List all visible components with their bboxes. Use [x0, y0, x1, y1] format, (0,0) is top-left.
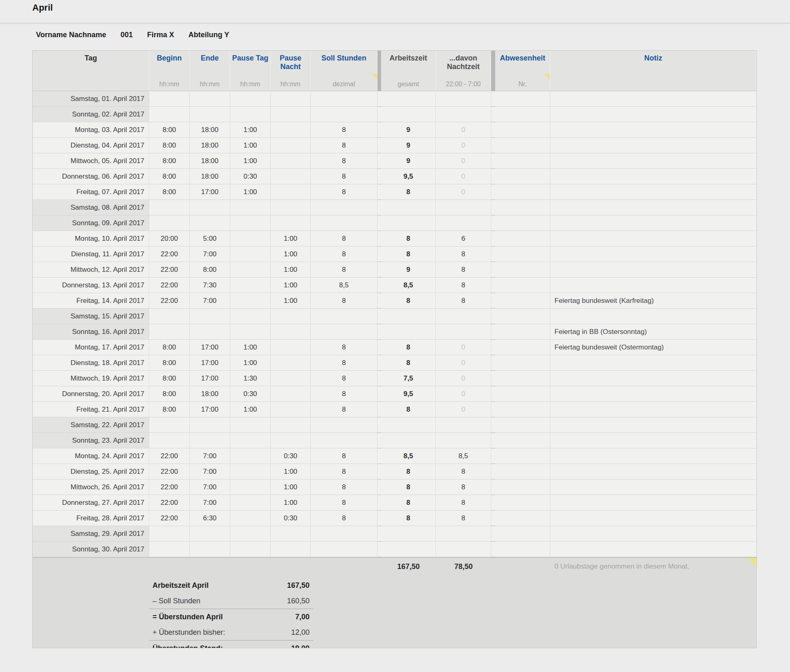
cell-abwesenheit[interactable] — [495, 511, 550, 526]
cell-beginn[interactable] — [149, 91, 190, 107]
cell-abwesenheit[interactable] — [495, 215, 550, 231]
cell-notiz[interactable] — [550, 371, 756, 386]
cell-ende[interactable]: 7:00 — [190, 479, 230, 495]
cell-pause-nacht[interactable] — [271, 169, 311, 184]
cell-pause-tag[interactable] — [230, 324, 271, 340]
cell-pause-tag[interactable] — [230, 511, 271, 526]
cell-beginn[interactable] — [149, 215, 190, 231]
cell-abwesenheit[interactable] — [495, 386, 550, 402]
cell-abwesenheit[interactable] — [495, 479, 550, 495]
cell-pause-tag[interactable]: 0:30 — [230, 169, 271, 184]
cell-notiz[interactable] — [550, 278, 756, 293]
cell-notiz[interactable]: Feiertag bundesweit (Ostermontag) — [550, 340, 756, 355]
cell-pause-tag[interactable] — [230, 246, 271, 262]
cell-notiz[interactable] — [550, 448, 756, 464]
cell-abwesenheit[interactable] — [495, 495, 550, 511]
cell-abwesenheit[interactable] — [495, 371, 550, 386]
cell-pause-nacht[interactable] — [271, 386, 311, 402]
cell-pause-tag[interactable] — [230, 91, 271, 107]
cell-pause-nacht[interactable] — [271, 402, 311, 417]
cell-beginn[interactable]: 8:00 — [149, 153, 190, 169]
cell-notiz[interactable] — [550, 184, 756, 200]
cell-notiz[interactable] — [550, 91, 756, 107]
cell-abwesenheit[interactable] — [495, 107, 550, 122]
cell-abwesenheit[interactable] — [495, 293, 550, 309]
cell-notiz[interactable] — [550, 526, 756, 542]
cell-beginn[interactable] — [149, 433, 190, 448]
cell-notiz[interactable] — [550, 433, 756, 448]
cell-beginn[interactable] — [149, 417, 190, 433]
cell-notiz[interactable] — [550, 153, 756, 169]
cell-beginn[interactable]: 22:00 — [149, 293, 190, 309]
cell-abwesenheit[interactable] — [495, 355, 550, 371]
cell-beginn[interactable]: 8:00 — [149, 371, 190, 386]
cell-pause-nacht[interactable]: 0:30 — [271, 511, 311, 526]
cell-abwesenheit[interactable] — [495, 448, 550, 464]
cell-pause-tag[interactable]: 1:00 — [230, 153, 271, 169]
cell-ende[interactable]: 5:00 — [190, 231, 230, 246]
cell-abwesenheit[interactable] — [495, 200, 550, 215]
cell-abwesenheit[interactable] — [495, 153, 550, 169]
cell-ende[interactable]: 18:00 — [190, 153, 230, 169]
cell-beginn[interactable]: 22:00 — [149, 479, 190, 495]
cell-ende[interactable]: 17:00 — [190, 402, 230, 417]
cell-notiz[interactable] — [550, 495, 756, 511]
cell-abwesenheit[interactable] — [495, 169, 550, 184]
cell-abwesenheit[interactable] — [495, 122, 550, 138]
employee-number-cell[interactable]: 001 — [121, 31, 133, 39]
cell-pause-nacht[interactable] — [271, 433, 311, 448]
cell-pause-tag[interactable] — [230, 200, 271, 215]
cell-ende[interactable]: 17:00 — [190, 371, 230, 386]
cell-ende[interactable]: 6:30 — [190, 511, 230, 526]
cell-ende[interactable] — [190, 324, 230, 340]
cell-notiz[interactable] — [550, 262, 756, 278]
cell-pause-tag[interactable] — [230, 526, 271, 542]
cell-pause-tag[interactable] — [230, 309, 271, 324]
cell-pause-tag[interactable] — [230, 448, 271, 464]
cell-pause-tag[interactable] — [230, 495, 271, 511]
cell-pause-tag[interactable]: 1:00 — [230, 355, 271, 371]
cell-pause-tag[interactable] — [230, 293, 271, 309]
cell-pause-nacht[interactable]: 1:00 — [271, 293, 311, 309]
cell-notiz[interactable] — [550, 122, 756, 138]
cell-ende[interactable] — [190, 542, 230, 557]
cell-ende[interactable]: 7:00 — [190, 495, 230, 511]
cell-pause-nacht[interactable] — [271, 153, 311, 169]
cell-abwesenheit[interactable] — [495, 417, 550, 433]
cell-ende[interactable]: 7:00 — [190, 464, 230, 479]
cell-ende[interactable]: 17:00 — [190, 355, 230, 371]
cell-pause-nacht[interactable] — [271, 91, 311, 107]
cell-pause-nacht[interactable] — [271, 215, 311, 231]
cell-pause-nacht[interactable] — [271, 184, 311, 200]
cell-pause-nacht[interactable] — [271, 542, 311, 557]
cell-notiz[interactable] — [550, 355, 756, 371]
cell-pause-tag[interactable] — [230, 231, 271, 246]
cell-pause-tag[interactable]: 1:00 — [230, 122, 271, 138]
cell-pause-nacht[interactable] — [271, 355, 311, 371]
cell-ende[interactable] — [190, 107, 230, 122]
cell-ende[interactable] — [190, 215, 230, 231]
cell-beginn[interactable]: 8:00 — [149, 386, 190, 402]
cell-beginn[interactable]: 22:00 — [149, 511, 190, 526]
cell-pause-tag[interactable] — [230, 479, 271, 495]
cell-abwesenheit[interactable] — [495, 433, 550, 448]
cell-abwesenheit[interactable] — [495, 402, 550, 417]
comment-indicator-icon[interactable] — [371, 74, 377, 80]
cell-ende[interactable] — [190, 309, 230, 324]
cell-abwesenheit[interactable] — [495, 324, 550, 340]
cell-abwesenheit[interactable] — [495, 138, 550, 153]
cell-pause-tag[interactable]: 1:00 — [230, 184, 271, 200]
cell-pause-tag[interactable] — [230, 262, 271, 278]
cell-pause-tag[interactable] — [230, 542, 271, 557]
cell-beginn[interactable]: 22:00 — [149, 262, 190, 278]
cell-ende[interactable]: 7:00 — [190, 448, 230, 464]
cell-ende[interactable] — [190, 200, 230, 215]
cell-ende[interactable]: 17:00 — [190, 184, 230, 200]
cell-beginn[interactable]: 22:00 — [149, 448, 190, 464]
cell-pause-tag[interactable]: 1:00 — [230, 138, 271, 153]
cell-pause-nacht[interactable] — [271, 526, 311, 542]
cell-beginn[interactable]: 8:00 — [149, 138, 190, 153]
cell-abwesenheit[interactable] — [495, 246, 550, 262]
cell-beginn[interactable] — [149, 309, 190, 324]
cell-notiz[interactable] — [550, 215, 756, 231]
